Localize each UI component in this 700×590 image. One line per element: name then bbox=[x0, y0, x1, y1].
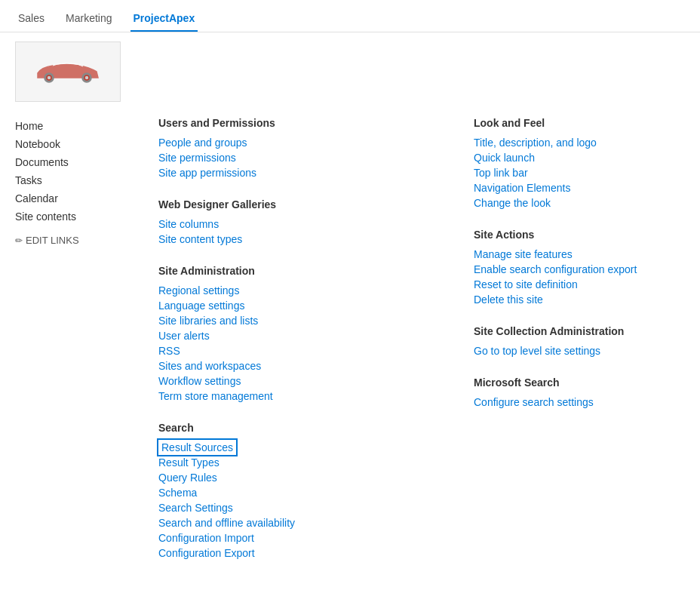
right-section-title: Look and Feel bbox=[474, 117, 685, 129]
right-link-title,-description,-and-logo[interactable]: Title, description, and logo bbox=[474, 135, 685, 150]
svg-point-2 bbox=[47, 75, 51, 80]
right-link-enable-search-configuration-export[interactable]: Enable search configuration export bbox=[474, 262, 685, 277]
sidebar-item-site-contents[interactable]: Site contents bbox=[15, 207, 151, 226]
sidebar-item-calendar[interactable]: Calendar bbox=[15, 189, 151, 207]
logo-box bbox=[15, 41, 121, 102]
link-search-and-offline-availability[interactable]: Search and offline availability bbox=[158, 515, 459, 530]
right-section-site-collection-administration: Site Collection AdministrationGo to top … bbox=[474, 325, 685, 358]
edit-links[interactable]: ✏EDIT LINKS bbox=[15, 235, 151, 246]
link-site-content-types[interactable]: Site content types bbox=[158, 232, 459, 247]
section-users-and-permissions: Users and PermissionsPeople and groupsSi… bbox=[158, 117, 459, 180]
right-link-delete-this-site[interactable]: Delete this site bbox=[474, 292, 685, 307]
main-layout: HomeNotebookDocumentsTasksCalendarSite c… bbox=[0, 102, 700, 590]
right-section-title: Microsoft Search bbox=[474, 376, 685, 389]
section-title: Web Designer Galleries bbox=[158, 198, 459, 210]
sidebar-item-notebook[interactable]: Notebook bbox=[15, 135, 151, 153]
link-people-and-groups[interactable]: People and groups bbox=[158, 135, 459, 150]
link-result-types[interactable]: Result Types bbox=[158, 455, 459, 470]
link-regional-settings[interactable]: Regional settings bbox=[158, 283, 459, 298]
right-section-look-and-feel: Look and FeelTitle, description, and log… bbox=[474, 117, 685, 210]
link-result-sources[interactable]: Result Sources bbox=[158, 440, 236, 455]
section-title: Users and Permissions bbox=[158, 117, 459, 129]
link-site-columns[interactable]: Site columns bbox=[158, 217, 459, 232]
logo-image bbox=[30, 57, 106, 87]
right-link-top-link-bar[interactable]: Top link bar bbox=[474, 165, 685, 180]
right-column: Look and FeelTitle, description, and log… bbox=[474, 117, 700, 579]
right-section-title: Site Actions bbox=[474, 229, 685, 241]
link-site-app-permissions[interactable]: Site app permissions bbox=[158, 165, 459, 180]
link-workflow-settings[interactable]: Workflow settings bbox=[158, 373, 459, 389]
sidebar-item-documents[interactable]: Documents bbox=[15, 153, 151, 171]
right-section-site-actions: Site ActionsManage site featuresEnable s… bbox=[474, 229, 685, 307]
link-term-store-management[interactable]: Term store management bbox=[158, 389, 459, 404]
top-nav-item-marketing[interactable]: Marketing bbox=[63, 6, 115, 32]
section-web-designer-galleries: Web Designer GalleriesSite columnsSite c… bbox=[158, 198, 459, 247]
right-link-manage-site-features[interactable]: Manage site features bbox=[474, 247, 685, 262]
link-user-alerts[interactable]: User alerts bbox=[158, 328, 459, 343]
middle-column: Users and PermissionsPeople and groupsSi… bbox=[151, 117, 474, 579]
edit-links-label: EDIT LINKS bbox=[26, 235, 79, 246]
section-title: Search bbox=[158, 422, 459, 434]
top-nav-item-sales[interactable]: Sales bbox=[15, 6, 48, 32]
link-rss[interactable]: RSS bbox=[158, 343, 459, 358]
link-configuration-import[interactable]: Configuration Import bbox=[158, 530, 459, 545]
link-schema[interactable]: Schema bbox=[158, 485, 459, 500]
top-navigation: SalesMarketingProjectApex bbox=[0, 0, 700, 32]
pencil-icon: ✏ bbox=[15, 235, 23, 246]
link-site-permissions[interactable]: Site permissions bbox=[158, 150, 459, 165]
content-area: Users and PermissionsPeople and groupsSi… bbox=[151, 117, 700, 579]
right-section-title: Site Collection Administration bbox=[474, 325, 685, 337]
section-title: Site Administration bbox=[158, 265, 459, 277]
link-language-settings[interactable]: Language settings bbox=[158, 298, 459, 313]
right-link-go-to-top-level-site-settings[interactable]: Go to top level site settings bbox=[474, 343, 685, 358]
sidebar-item-home[interactable]: Home bbox=[15, 117, 151, 135]
link-query-rules[interactable]: Query Rules bbox=[158, 470, 459, 485]
svg-point-3 bbox=[84, 75, 89, 80]
header-area bbox=[0, 32, 700, 102]
sidebar: HomeNotebookDocumentsTasksCalendarSite c… bbox=[15, 117, 151, 579]
right-link-reset-to-site-definition[interactable]: Reset to site definition bbox=[474, 277, 685, 292]
link-search-settings[interactable]: Search Settings bbox=[158, 500, 459, 515]
right-link-quick-launch[interactable]: Quick launch bbox=[474, 150, 685, 165]
section-site-administration: Site AdministrationRegional settingsLang… bbox=[158, 265, 459, 404]
top-nav-item-projectapex[interactable]: ProjectApex bbox=[130, 6, 198, 32]
right-link-configure-search-settings[interactable]: Configure search settings bbox=[474, 395, 685, 410]
link-sites-and-workspaces[interactable]: Sites and workspaces bbox=[158, 358, 459, 373]
right-section-microsoft-search: Microsoft SearchConfigure search setting… bbox=[474, 376, 685, 410]
right-link-change-the-look[interactable]: Change the look bbox=[474, 195, 685, 210]
sidebar-item-tasks[interactable]: Tasks bbox=[15, 171, 151, 189]
link-site-libraries-and-lists[interactable]: Site libraries and lists bbox=[158, 313, 459, 328]
link-configuration-export[interactable]: Configuration Export bbox=[158, 545, 459, 561]
section-search: SearchResult SourcesResult TypesQuery Ru… bbox=[158, 422, 459, 561]
right-link-navigation-elements[interactable]: Navigation Elements bbox=[474, 180, 685, 195]
